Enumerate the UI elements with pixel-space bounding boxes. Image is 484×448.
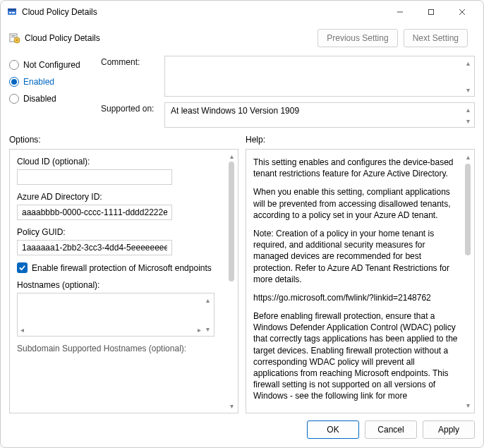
scroll-down-icon[interactable]: ▾ [206, 325, 210, 333]
cloud-id-input[interactable] [17, 169, 172, 185]
svg-point-12 [16, 40, 18, 41]
options-pane: Options: Cloud ID (optional): Azure AD D… [9, 135, 238, 413]
scrollbar-thumb[interactable] [229, 162, 234, 281]
page-subtitle: Cloud Policy Details [25, 33, 317, 43]
scrollbar-thumb[interactable] [465, 164, 471, 255]
help-title: Help: [246, 135, 475, 145]
cancel-button[interactable]: Cancel [365, 420, 417, 439]
scroll-up-icon[interactable]: ▴ [463, 104, 473, 114]
footer: OK Cancel Apply [1, 413, 483, 447]
minimize-button[interactable] [385, 2, 416, 22]
scroll-up-icon[interactable]: ▴ [206, 296, 210, 304]
options-body: Cloud ID (optional): Azure AD Directory … [9, 149, 238, 413]
window-title: Cloud Policy Details [22, 7, 385, 17]
help-body: This setting enables and configures the … [246, 149, 475, 413]
scrollbar-vertical[interactable]: ▴ ▾ [202, 296, 212, 333]
previous-setting-button[interactable]: Previous Setting [317, 29, 397, 47]
comment-label: Comment: [101, 56, 159, 67]
help-link: https://go.microsoft.com/fwlink/?linkid=… [253, 292, 459, 303]
directory-id-input[interactable] [17, 205, 172, 220]
hostnames-listbox[interactable]: ▴ ▾ ◂ ▸ [17, 293, 214, 337]
radio-label: Enabled [23, 77, 54, 87]
options-scrollbar[interactable]: ▴ ▾ [226, 152, 236, 410]
hostnames-label: Hostnames (optional): [17, 280, 222, 290]
subdomain-hostnames-label: Subdomain Supported Hostnames (optional)… [17, 344, 222, 353]
firewall-checkbox-row[interactable]: Enable firewall protection of Microsoft … [17, 262, 222, 273]
directory-id-label: Azure AD Directory ID: [17, 192, 222, 202]
dialog-window: Cloud Policy Details Cloud Policy Detail… [0, 0, 484, 448]
help-paragraph: Before enabling firewall protection, ens… [253, 310, 459, 402]
help-scrollbar[interactable]: ▴ ▾ [463, 152, 473, 410]
scroll-down-icon[interactable]: ▾ [230, 402, 234, 410]
checkbox-checked-icon [17, 262, 28, 273]
scroll-down-icon[interactable]: ▾ [463, 85, 473, 95]
svg-rect-5 [429, 10, 434, 15]
scroll-down-icon[interactable]: ▾ [463, 116, 473, 126]
scroll-up-icon[interactable]: ▴ [230, 152, 234, 160]
svg-rect-3 [12, 12, 15, 13]
scroll-right-icon[interactable]: ▸ [198, 326, 201, 334]
radio-disabled[interactable]: Disabled [9, 94, 94, 104]
radio-icon [9, 60, 19, 70]
help-pane: Help: This setting enables and configure… [246, 135, 475, 413]
policy-guid-label: Policy GUID: [17, 227, 222, 237]
svg-rect-9 [11, 35, 16, 36]
help-paragraph: This setting enables and configures the … [253, 157, 459, 179]
svg-rect-10 [11, 37, 16, 37]
firewall-checkbox-label: Enable firewall protection of Microsoft … [32, 263, 212, 273]
maximize-button[interactable] [416, 2, 447, 22]
apply-button[interactable]: Apply [423, 420, 475, 439]
radio-icon [9, 77, 19, 87]
comment-textarea[interactable]: ▴ ▾ [164, 56, 475, 97]
close-button[interactable] [447, 2, 478, 22]
radio-enabled[interactable]: Enabled [9, 77, 94, 87]
svg-rect-1 [8, 8, 16, 11]
svg-rect-2 [9, 12, 11, 13]
radio-not-configured[interactable]: Not Configured [9, 60, 94, 70]
scroll-up-icon[interactable]: ▴ [466, 152, 470, 162]
titlebar: Cloud Policy Details [1, 1, 483, 23]
state-radio-group: Not Configured Enabled Disabled [9, 56, 94, 128]
app-icon [6, 6, 18, 18]
radio-label: Disabled [23, 94, 56, 104]
ok-button[interactable]: OK [307, 420, 359, 439]
header-row: Cloud Policy Details Previous Setting Ne… [1, 23, 483, 50]
scroll-up-icon[interactable]: ▴ [463, 58, 473, 68]
supported-on-label: Supported on: [101, 102, 159, 114]
cloud-id-label: Cloud ID (optional): [17, 157, 222, 167]
help-paragraph: When you enable this setting, compliant … [253, 186, 459, 221]
supported-on-value: At least Windows 10 Version 1909 ▴ ▾ [164, 102, 475, 128]
next-setting-button[interactable]: Next Setting [404, 29, 468, 47]
options-title: Options: [9, 135, 238, 145]
help-paragraph: Note: Creation of a policy in your home … [253, 228, 459, 285]
config-icon [9, 32, 20, 44]
policy-guid-input[interactable] [17, 240, 172, 255]
radio-label: Not Configured [23, 60, 80, 70]
scrollbar-horizontal[interactable]: ◂ ▸ [20, 325, 201, 334]
supported-on-text: At least Windows 10 Version 1909 [171, 106, 299, 116]
scroll-down-icon[interactable]: ▾ [466, 401, 470, 411]
scroll-left-icon[interactable]: ◂ [20, 326, 24, 334]
radio-icon [9, 94, 19, 104]
